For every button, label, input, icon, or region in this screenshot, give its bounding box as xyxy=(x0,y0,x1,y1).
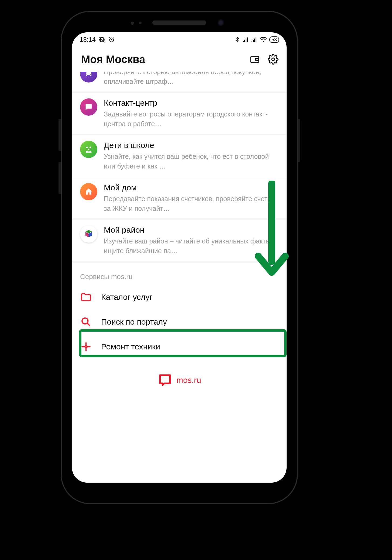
svg-point-7 xyxy=(88,149,90,150)
folder-icon xyxy=(80,291,92,303)
wallet-icon[interactable] xyxy=(249,54,260,65)
service-label: Поиск по порталу xyxy=(101,317,167,327)
vibrate-off-icon xyxy=(98,36,105,43)
repair-icon xyxy=(80,341,92,353)
alarm-icon xyxy=(108,36,115,43)
list-item-my-home[interactable]: Мой дом Передавайте показания счетчиков,… xyxy=(72,177,287,219)
phone-speaker xyxy=(152,20,206,25)
family-icon xyxy=(80,141,97,158)
status-time: 13:14 xyxy=(80,36,96,43)
signal-icon xyxy=(251,37,257,42)
status-bar: 13:14 xyxy=(72,32,287,47)
content-scroll[interactable]: Проверяйте историю автомобиля перед поку… xyxy=(72,72,287,483)
volume-down-button xyxy=(59,162,61,194)
section-header-services: Сервисы mos.ru xyxy=(72,262,287,285)
list-item-auto[interactable]: Проверяйте историю автомобиля перед поку… xyxy=(72,72,287,92)
signal-icon xyxy=(242,37,249,42)
phone-camera xyxy=(217,19,225,26)
app-header: Моя Москва xyxy=(72,47,287,72)
volume-up-button xyxy=(59,119,61,151)
list-item-subtitle: Узнайте, как учится ваш ребенок, что ест… xyxy=(104,152,278,171)
phone-sensor xyxy=(131,22,134,25)
list-item-subtitle: Проверяйте историю автомобиля перед поку… xyxy=(104,72,278,86)
service-label: Каталог услуг xyxy=(101,293,153,302)
device-screen: 13:14 xyxy=(72,32,287,483)
list-item-subtitle: Задавайте вопросы операторам городского … xyxy=(104,109,278,129)
list-item-title: Дети в школе xyxy=(104,140,278,150)
list-item-contact-center[interactable]: Контакт-центр Задавайте вопросы оператор… xyxy=(72,92,287,135)
svg-point-4 xyxy=(272,58,274,61)
svg-rect-3 xyxy=(256,59,259,61)
search-icon xyxy=(80,316,92,328)
svg-point-9 xyxy=(85,346,87,348)
list-item-subtitle: Изучайте ваш район – читайте об уникальн… xyxy=(104,236,278,256)
cube-icon xyxy=(80,225,97,243)
battery-indicator: 53 xyxy=(269,36,279,43)
svg-point-5 xyxy=(86,147,88,148)
service-search-portal[interactable]: Поиск по порталу xyxy=(72,310,287,334)
service-catalog[interactable]: Каталог услуг xyxy=(72,285,287,310)
page-title: Моя Москва xyxy=(81,53,145,66)
svg-rect-2 xyxy=(251,57,259,63)
phone-sensor xyxy=(139,22,142,24)
home-icon xyxy=(80,183,97,200)
service-label: Ремонт техники xyxy=(101,342,160,351)
car-icon xyxy=(80,72,97,83)
gear-icon[interactable] xyxy=(268,54,278,65)
bluetooth-icon xyxy=(234,36,240,43)
list-item-subtitle: Передавайте показания счетчиков, проверя… xyxy=(104,194,278,213)
footer-brand[interactable]: mos.ru xyxy=(72,359,287,398)
power-button xyxy=(298,119,300,162)
list-item-my-district[interactable]: Мой район Изучайте ваш район – читайте о… xyxy=(72,219,287,262)
svg-point-6 xyxy=(90,147,91,148)
list-item-title: Контакт-центр xyxy=(104,98,278,108)
service-repair[interactable]: Ремонт техники xyxy=(72,334,287,359)
footer-brand-label: mos.ru xyxy=(176,376,201,385)
wifi-icon xyxy=(260,37,267,43)
list-item-title: Мой район xyxy=(104,225,278,235)
list-item-title: Мой дом xyxy=(104,183,278,193)
mosru-logo-icon xyxy=(157,373,173,388)
svg-point-8 xyxy=(82,318,88,324)
list-item-kids-school[interactable]: Дети в школе Узнайте, как учится ваш реб… xyxy=(72,135,287,177)
chat-question-icon xyxy=(80,98,97,116)
phone-frame: 13:14 xyxy=(61,11,298,504)
